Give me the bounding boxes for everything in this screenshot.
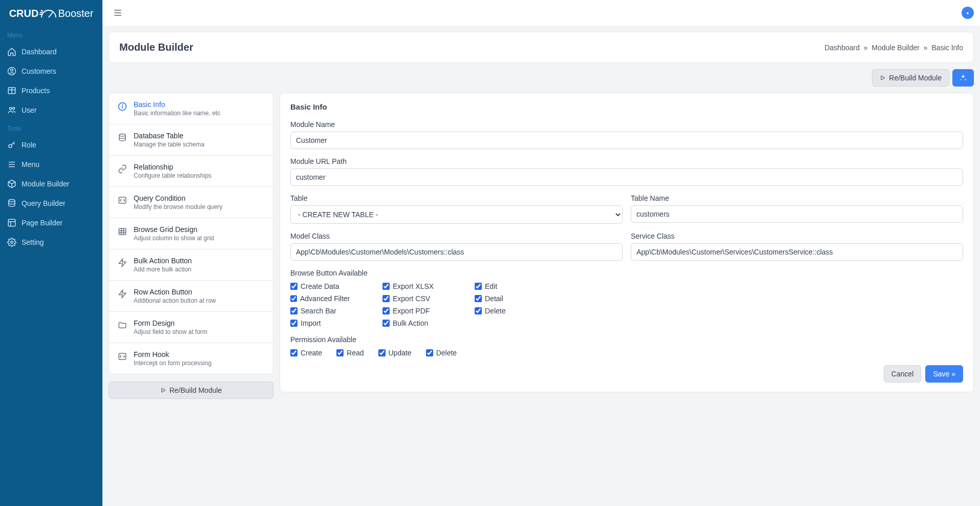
rebuild-module-button[interactable]: Re/Build Module bbox=[872, 69, 949, 87]
step-query-condition[interactable]: Query Condition Modify the browse module… bbox=[109, 187, 273, 218]
step-row-action-button[interactable]: Row Action Button Additional action butt… bbox=[109, 281, 273, 312]
cancel-button[interactable]: Cancel bbox=[884, 365, 922, 383]
sidebar-item-module-builder[interactable]: Module Builder bbox=[0, 174, 102, 194]
step-relationship[interactable]: Relationship Configure table relationshi… bbox=[109, 156, 273, 187]
check-export-csv[interactable]: Export CSV bbox=[382, 294, 439, 303]
step-form-design[interactable]: Form Design Adjust field to show at form bbox=[109, 312, 273, 343]
check-perm-read[interactable]: Read bbox=[336, 349, 364, 357]
sidebar-item-setting[interactable]: Setting bbox=[0, 233, 102, 252]
users-icon bbox=[7, 106, 16, 115]
step-title: Relationship bbox=[134, 163, 211, 171]
check-advanced-filter[interactable]: Advanced Filter bbox=[290, 294, 347, 303]
step-title: Form Design bbox=[134, 319, 207, 327]
step-browse-grid-design[interactable]: Browse Grid Design Adjust column to show… bbox=[109, 218, 273, 249]
step-desc: Configure table relationships bbox=[134, 172, 211, 179]
model-class-label: Model Class bbox=[290, 232, 623, 240]
check-detail[interactable]: Detail bbox=[475, 294, 531, 303]
grid-icon bbox=[117, 226, 127, 237]
svg-point-11 bbox=[9, 144, 12, 147]
step-bulk-action-button[interactable]: Bulk Action Button Add more bulk action bbox=[109, 249, 273, 281]
hamburger-button[interactable] bbox=[109, 4, 127, 22]
breadcrumb-item[interactable]: Module Builder bbox=[872, 44, 920, 52]
check-delete[interactable]: Delete bbox=[475, 307, 531, 315]
permission-checks: Create Read Update Delete bbox=[290, 349, 963, 357]
sidebar-item-products[interactable]: Products bbox=[0, 81, 102, 100]
sparkles-icon bbox=[959, 74, 967, 82]
check-perm-delete[interactable]: Delete bbox=[426, 349, 457, 357]
step-basic-info[interactable]: Basic Info Basic information like name, … bbox=[109, 93, 273, 124]
step-title: Browse Grid Design bbox=[134, 225, 214, 234]
table-name-input[interactable] bbox=[631, 205, 963, 223]
service-class-input[interactable] bbox=[631, 243, 963, 261]
model-class-input[interactable] bbox=[290, 243, 623, 261]
rebuild-module-button-below[interactable]: Re/Build Module bbox=[109, 382, 273, 399]
sidebar-tools-label: Tools bbox=[0, 120, 102, 135]
step-desc: Add more bulk action bbox=[134, 266, 192, 273]
breadcrumb-item: Basic Info bbox=[932, 44, 963, 52]
step-desc: Manage the table schema bbox=[134, 141, 204, 148]
step-list: Basic Info Basic information like name, … bbox=[109, 93, 273, 374]
step-form-hook[interactable]: Form Hook Intercept on form processing bbox=[109, 343, 273, 374]
folder-icon bbox=[117, 320, 127, 330]
table-name-label: Table Name bbox=[631, 194, 963, 202]
check-export-pdf[interactable]: Export PDF bbox=[382, 307, 439, 315]
step-database-table[interactable]: Database Table Manage the table schema bbox=[109, 124, 273, 156]
check-perm-update[interactable]: Update bbox=[378, 349, 412, 357]
table-select[interactable]: - CREATE NEW TABLE - bbox=[290, 205, 623, 224]
svg-point-10 bbox=[13, 107, 15, 109]
sidebar-item-user[interactable]: User bbox=[0, 100, 102, 120]
permission-available-label: Permission Available bbox=[290, 335, 963, 344]
sidebar-item-label: Dashboard bbox=[22, 48, 57, 56]
check-edit[interactable]: Edit bbox=[475, 282, 531, 290]
check-create-data[interactable]: Create Data bbox=[290, 282, 347, 290]
check-bulk-action[interactable]: Bulk Action bbox=[382, 319, 439, 327]
browse-button-label: Browse Button Available bbox=[290, 269, 963, 277]
sidebar-item-query-builder[interactable]: Query Builder bbox=[0, 194, 102, 213]
step-desc: Adjust column to show at grid bbox=[134, 235, 214, 242]
svg-line-3 bbox=[41, 10, 43, 11]
sidebar-item-customers[interactable]: Customers bbox=[0, 61, 102, 81]
url-path-input[interactable] bbox=[290, 168, 963, 186]
breadcrumb-item[interactable]: Dashboard bbox=[824, 44, 860, 52]
cube-icon bbox=[7, 179, 16, 188]
speedometer-icon bbox=[40, 7, 59, 19]
svg-point-26 bbox=[122, 104, 123, 105]
sidebar-item-label: Module Builder bbox=[22, 180, 69, 188]
check-search-bar[interactable]: Search Bar bbox=[290, 307, 347, 315]
key-icon bbox=[7, 140, 16, 150]
svg-marker-37 bbox=[162, 388, 165, 392]
avatar[interactable]: ● bbox=[962, 7, 974, 19]
svg-marker-23 bbox=[881, 76, 885, 80]
sidebar-item-menu[interactable]: Menu bbox=[0, 155, 102, 174]
code-icon bbox=[117, 351, 127, 362]
module-name-input[interactable] bbox=[290, 132, 963, 149]
table-label: Table bbox=[290, 194, 623, 202]
check-perm-create[interactable]: Create bbox=[290, 349, 322, 357]
step-title: Bulk Action Button bbox=[134, 257, 192, 265]
table-icon bbox=[7, 86, 16, 95]
step-title: Row Action Button bbox=[134, 288, 216, 296]
sidebar-item-dashboard[interactable]: Dashboard bbox=[0, 42, 102, 61]
sidebar-item-role[interactable]: Role bbox=[0, 135, 102, 155]
info-icon bbox=[117, 101, 127, 112]
magic-wand-button[interactable] bbox=[952, 69, 974, 87]
sidebar-item-label: Products bbox=[22, 87, 50, 95]
sidebar-item-label: User bbox=[22, 106, 37, 114]
check-import[interactable]: Import bbox=[290, 319, 347, 327]
save-button[interactable]: Save » bbox=[925, 365, 963, 383]
page-title: Module Builder bbox=[119, 41, 193, 53]
database-icon bbox=[117, 133, 127, 143]
gear-icon bbox=[7, 238, 16, 247]
module-name-label: Module Name bbox=[290, 120, 963, 129]
svg-rect-29 bbox=[119, 228, 126, 235]
layout-icon bbox=[7, 218, 16, 227]
home-icon bbox=[7, 47, 16, 56]
browse-checks: Create Data Export XLSX Edit Advanced Fi… bbox=[290, 282, 963, 327]
logo-light: Booster bbox=[58, 8, 93, 19]
bolt-icon bbox=[117, 258, 127, 268]
step-desc: Basic information like name, etc bbox=[134, 110, 220, 117]
svg-marker-35 bbox=[119, 290, 126, 298]
sidebar-item-page-builder[interactable]: Page Builder bbox=[0, 213, 102, 233]
check-export-xlsx[interactable]: Export XLSX bbox=[382, 282, 439, 290]
step-desc: Additional action button at row bbox=[134, 297, 216, 304]
